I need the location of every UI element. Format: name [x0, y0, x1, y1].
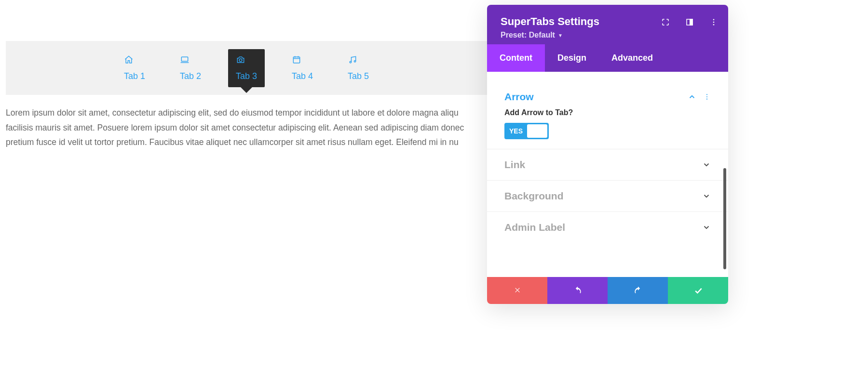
svg-point-10 [706, 94, 707, 95]
panel-tab-design[interactable]: Design [545, 44, 599, 72]
svg-rect-2 [293, 57, 299, 63]
svg-point-1 [239, 58, 242, 61]
tab-label: Tab 3 [236, 71, 257, 81]
chevron-down-icon[interactable] [702, 223, 711, 232]
save-button[interactable] [668, 277, 728, 304]
tab-1[interactable]: Tab 1 [116, 49, 153, 87]
svg-point-11 [706, 96, 707, 97]
tab-label: Tab 1 [124, 71, 145, 81]
toggle-on-text: YES [509, 123, 523, 139]
svg-point-4 [354, 60, 355, 62]
section-background[interactable]: Background [487, 180, 728, 211]
section-title-background: Background [504, 190, 564, 202]
redo-icon [633, 286, 643, 295]
camera-icon [236, 55, 257, 65]
caret-down-icon: ▼ [558, 33, 563, 38]
field-label-add-arrow: Add Arrow to Tab? [504, 108, 711, 117]
expand-icon[interactable] [661, 17, 670, 27]
undo-button[interactable] [547, 277, 608, 304]
music-icon [348, 55, 369, 65]
section-title-admin-label: Admin Label [504, 222, 565, 233]
svg-rect-6 [690, 19, 692, 25]
svg-point-7 [713, 19, 715, 20]
tab-label: Tab 5 [348, 71, 369, 81]
panel-tabs: Content Design Advanced [487, 44, 728, 72]
kebab-icon[interactable] [703, 93, 711, 101]
toggle-add-arrow[interactable]: YES [504, 123, 549, 139]
panel-header-icons [661, 17, 719, 27]
check-icon [693, 286, 703, 295]
tab-label: Tab 4 [292, 71, 313, 81]
tab-body-text: Lorem ipsum dolor sit amet, consectetur … [6, 105, 487, 150]
svg-rect-0 [181, 57, 188, 61]
svg-point-9 [713, 24, 715, 26]
scrollbar[interactable] [723, 168, 726, 269]
tabbar: Tab 1 Tab 2 Tab 3 Tab 4 Tab 5 [6, 41, 487, 95]
svg-point-8 [713, 22, 715, 23]
tab-2[interactable]: Tab 2 [172, 49, 209, 87]
svg-point-12 [706, 99, 707, 100]
toggle-knob [527, 124, 547, 138]
section-link[interactable]: Link [487, 149, 728, 180]
svg-point-3 [350, 61, 351, 63]
tab-label: Tab 2 [180, 71, 201, 81]
panel-tab-content[interactable]: Content [487, 44, 545, 72]
chevron-up-icon[interactable] [688, 92, 696, 101]
laptop-icon [180, 55, 201, 65]
panel-footer [487, 277, 728, 304]
section-arrow: Arrow Add Arrow to Tab? YES [487, 81, 728, 149]
section-title-link: Link [504, 159, 525, 171]
section-title-arrow: Arrow [504, 91, 534, 103]
tab-4[interactable]: Tab 4 [284, 49, 321, 87]
cancel-button[interactable] [487, 277, 547, 304]
snap-right-icon[interactable] [685, 17, 694, 27]
section-admin-label[interactable]: Admin Label [487, 211, 728, 243]
tabs-preview: Tab 1 Tab 2 Tab 3 Tab 4 Tab 5 [6, 41, 487, 150]
preset-label: Preset: Default [501, 31, 555, 40]
calendar-icon [292, 55, 313, 65]
panel-tab-advanced[interactable]: Advanced [599, 44, 665, 72]
undo-icon [573, 286, 583, 295]
panel-header: SuperTabs Settings Preset: Default ▼ [487, 5, 728, 44]
settings-panel: SuperTabs Settings Preset: Default ▼ Con… [487, 5, 728, 304]
preset-selector[interactable]: Preset: Default ▼ [501, 31, 563, 40]
chevron-down-icon[interactable] [702, 192, 711, 200]
close-icon [513, 286, 522, 295]
chevron-down-icon[interactable] [702, 160, 711, 169]
panel-body: Arrow Add Arrow to Tab? YES Link [487, 72, 728, 277]
tab-5[interactable]: Tab 5 [340, 49, 377, 87]
kebab-icon[interactable] [709, 17, 719, 27]
tab-3[interactable]: Tab 3 [228, 49, 265, 87]
redo-button[interactable] [608, 277, 668, 304]
home-icon [124, 55, 145, 65]
